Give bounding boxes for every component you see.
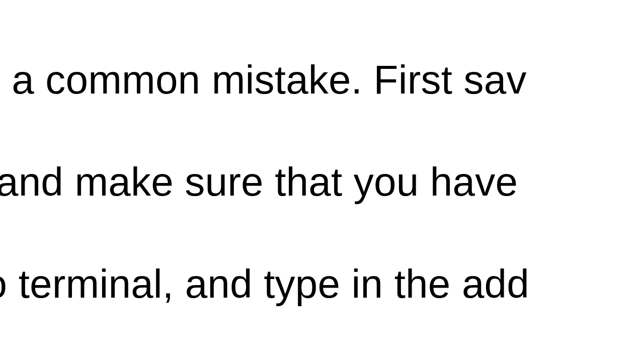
text-line-3: o to terminal, and type in the add [0, 261, 529, 306]
document-viewport: s is a common mistake. First sav er, and… [0, 0, 644, 362]
body-text: s is a common mistake. First sav er, and… [0, 3, 644, 362]
text-line-1: s is a common mistake. First sav [0, 57, 527, 102]
text-line-2: er, and make sure that you have [0, 159, 518, 204]
